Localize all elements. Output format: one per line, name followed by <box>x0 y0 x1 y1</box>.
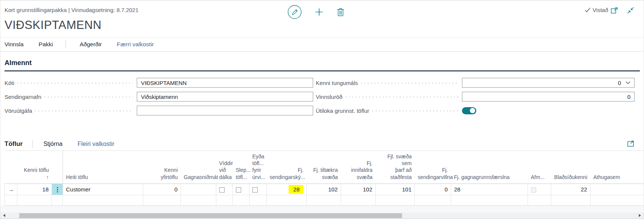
checkbox-sleppa-toflu[interactable] <box>236 187 241 193</box>
field-kenni-tungumals: Kenni tungumáls 0 <box>316 78 635 88</box>
focus-mode-icon <box>627 140 635 147</box>
section-heading-toflur[interactable]: Töflur <box>5 140 23 148</box>
open-in-new-window-button[interactable] <box>610 6 618 14</box>
menu-pakki[interactable]: Pakki <box>39 41 53 48</box>
row-options-button[interactable] <box>52 184 63 195</box>
delete-button[interactable] <box>337 8 345 17</box>
cell-fj-sendingarvillna[interactable]: 0 <box>415 184 451 195</box>
cell-athugasem[interactable] <box>590 184 644 195</box>
menu-adgerdir[interactable]: Aðgerðir <box>80 41 102 48</box>
dotted-leader <box>44 97 133 97</box>
field-voruutgafa: Vöruútgáfa <box>5 106 313 115</box>
section-rule <box>5 70 640 71</box>
scroll-right-arrow-icon[interactable] <box>639 214 641 217</box>
menu-faerri-valkostir[interactable]: Færri valkostir <box>117 41 154 48</box>
koti-label: Kóti <box>5 80 14 86</box>
general-right-column: Kenni tungumáls 0 Vinnsluröð 0 Útiloka g… <box>316 78 635 120</box>
chevron-down-icon <box>626 81 630 84</box>
checkbox-afm <box>531 187 536 193</box>
toggle-knob <box>470 108 475 113</box>
grid-header-row: Kenni töflu ↑ Heiti töflu Kenni yfirtöfl… <box>5 151 644 184</box>
action-bar-divider <box>66 40 66 49</box>
kenni-tungumals-combobox[interactable]: 0 <box>462 78 635 88</box>
dotted-leader <box>17 83 133 83</box>
field-utiloka-grunnst-toflur: Útiloka grunnst. töflur <box>316 106 635 115</box>
breadcrumb[interactable]: Kort grunnstillingarpakka | Vinnudagsetn… <box>5 7 139 13</box>
field-vinnslurod: Vinnsluröð 0 <box>316 92 635 102</box>
col-fj-gagnagrunnsfaerslna[interactable]: Fj. gagnagrunnsfærslna <box>451 151 528 184</box>
open-in-new-window-icon <box>610 6 618 14</box>
utiloka-toggle-zone <box>462 107 635 114</box>
save-status: Vistað <box>585 7 608 13</box>
col-gagnasnidmat[interactable]: Gagnasniðmát <box>181 151 216 184</box>
menu-stjorna[interactable]: Stjórna <box>43 141 63 147</box>
col-fj-innifaldra-svaeda[interactable]: Fj. innifaldra svæða <box>341 151 376 184</box>
vinnslurod-input[interactable]: 0 <box>462 92 635 102</box>
cell-kenni-toflu[interactable]: 18 <box>17 184 52 195</box>
cell-sleppa-toflu <box>233 184 249 195</box>
col-kenni-yfirtoflu[interactable]: Kenni yfirtöflu <box>143 151 181 184</box>
new-button[interactable] <box>315 8 324 17</box>
cell-fj-tiltaekra-svaeda[interactable]: 102 <box>307 184 341 195</box>
toflur-header-bar: Töflur Stjórna Fleiri valkostir <box>0 138 644 150</box>
cell-heiti-toflu[interactable]: Customer <box>63 184 143 195</box>
checkbox-eyda-toflu[interactable] <box>252 187 258 193</box>
scrollbar-thumb[interactable] <box>19 213 402 218</box>
dotted-leader <box>346 97 458 97</box>
edit-button[interactable] <box>288 5 302 19</box>
scroll-left-arrow-icon[interactable] <box>3 214 5 217</box>
focus-mode-button[interactable] <box>627 140 635 149</box>
window-controls <box>610 6 635 14</box>
dotted-leader <box>372 111 458 111</box>
section-heading-almennt[interactable]: Almennt <box>5 59 644 67</box>
col-athugasem[interactable]: Athugasem <box>590 151 644 184</box>
cell-fj-sendingarsky: 28 <box>267 184 307 195</box>
cell-bladsidukenni[interactable]: 22 <box>551 184 590 195</box>
col-fj-sendingarsky[interactable]: Fj. sendingarský... <box>267 151 307 184</box>
field-sendingarnafn: Sendingarnafn Viðskiptamenn <box>5 92 313 102</box>
cell-fjl-svaeda-stadfesta[interactable]: 101 <box>376 184 415 195</box>
highlighted-value[interactable]: 28 <box>289 185 303 194</box>
sendingarnafn-input[interactable]: Viðskiptamenn <box>137 92 313 102</box>
col-fj-tiltaekra-svaeda[interactable]: Fj. tiltækra svæða <box>307 151 341 184</box>
business-central-config-package-page: Kort grunnstillingarpakka | Vinnudagsetn… <box>0 0 644 220</box>
kenni-tungumals-label: Kenni tungumáls <box>316 80 358 86</box>
field-koti: Kóti VIÐSKIPTAMENN <box>5 78 313 88</box>
col-fj-sendingarvillna[interactable]: Fj. sendingarvillna <box>415 151 451 184</box>
empty-table-row <box>5 195 644 205</box>
checkbox-viddir-vid-dalka[interactable] <box>219 187 225 193</box>
col-heiti-toflu[interactable]: Heiti töflu <box>63 151 143 184</box>
horizontal-scrollbar[interactable] <box>0 212 644 219</box>
cell-fj-innifaldra-svaeda[interactable]: 102 <box>341 184 376 195</box>
grid-filler-strip <box>0 206 644 212</box>
page-bottom-border <box>0 218 644 219</box>
utiloka-toggle[interactable] <box>462 107 476 114</box>
col-row-indicator <box>5 151 17 184</box>
saved-label: Vistað <box>593 7 608 13</box>
col-sleppa-toflu[interactable]: Slep... töfl... <box>233 151 249 184</box>
cell-kenni-yfirtoflu[interactable]: 0 <box>143 184 181 195</box>
collapse-page-button[interactable] <box>627 6 635 14</box>
cell-afm <box>528 184 551 195</box>
action-bar: Vinnsla Pakki Aðgerðir Færri valkostir <box>0 37 644 52</box>
col-kenni-toflu[interactable]: Kenni töflu ↑ <box>17 151 52 184</box>
menu-fleiri-valkostir[interactable]: Fleiri valkostir <box>78 141 115 147</box>
page-title: VIÐSKIPTAMENN <box>5 18 639 32</box>
table-row-customer: → 18 Customer 0 28 102 102 101 0 28 <box>5 184 644 195</box>
record-toolbar <box>288 5 345 19</box>
col-viddir-vid-dalka[interactable]: Víddir við dálka <box>216 151 233 184</box>
col-bladsidukenni[interactable]: Blaðsíðukenni <box>551 151 590 184</box>
dotted-leader <box>35 111 133 111</box>
cell-fj-gagnagrunnsfaerslna[interactable]: 28 <box>451 184 528 195</box>
sendingarnafn-label: Sendingarnafn <box>5 94 41 100</box>
voruutgafa-input[interactable] <box>137 106 313 115</box>
menu-vinnsla[interactable]: Vinnsla <box>5 41 24 48</box>
koti-input[interactable]: VIÐSKIPTAMENN <box>137 78 313 88</box>
collapse-icon <box>627 6 635 14</box>
col-afm[interactable]: Afm... <box>528 151 551 184</box>
pencil-icon <box>288 5 302 19</box>
general-left-column: Kóti VIÐSKIPTAMENN Sendingarnafn Viðskip… <box>5 78 313 120</box>
cell-gagnasnidmat[interactable] <box>181 184 216 195</box>
col-fjl-svaeda-stadfesta[interactable]: Fjl. svæða sem þarf að staðfesta <box>376 151 415 184</box>
col-eyda-toflu[interactable]: Eyða töfl... fyrir úrvi... <box>249 151 267 184</box>
